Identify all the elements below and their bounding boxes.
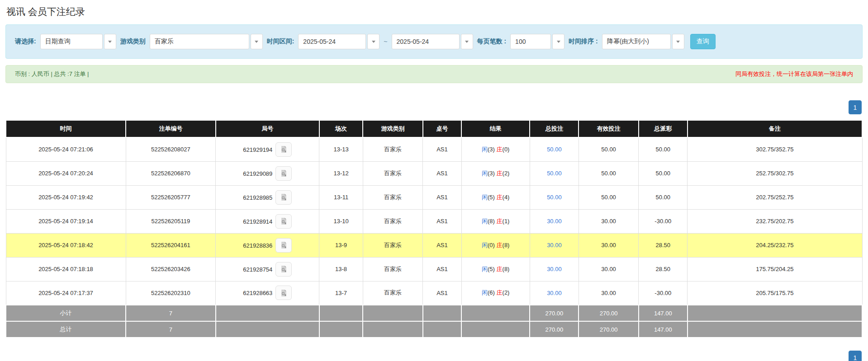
bet-number-cell: 522526204161: [126, 233, 216, 257]
banker-result-label: 庄: [497, 242, 503, 248]
result-cell: 闲(3) 庄(2): [461, 161, 530, 185]
banker-result-count: (2): [503, 170, 510, 177]
result-cell: 闲(0) 庄(8): [461, 233, 530, 257]
total-bet-link[interactable]: 50.00: [547, 170, 562, 177]
game-category-select[interactable]: 百家乐: [150, 34, 263, 49]
summary-empty-table-cell: [423, 321, 461, 338]
summary-label-cell: 小计: [6, 305, 126, 321]
summary-empty-session-cell: [319, 321, 363, 338]
total-bet-cell: 30.00: [530, 209, 579, 233]
chevron-down-icon[interactable]: [251, 34, 263, 49]
video-replay-button[interactable]: [275, 238, 292, 253]
payout-cell: 28.50: [639, 257, 688, 281]
page-size-value[interactable]: 100: [510, 34, 551, 49]
video-replay-button[interactable]: [275, 214, 292, 229]
total-bet-link[interactable]: 30.00: [547, 242, 562, 248]
summary-empty-result-cell: [461, 305, 530, 321]
column-header: 备注: [688, 120, 862, 137]
total-bet-cell: 50.00: [530, 161, 579, 185]
date-to-picker[interactable]: 2025-05-24: [392, 34, 473, 49]
total-bet-link[interactable]: 50.00: [547, 194, 562, 201]
bet-time-cell: 2025-05-24 07:17:37: [6, 281, 126, 305]
valid-bet-cell: 50.00: [579, 137, 639, 161]
remark-cell: 204.25/232.75: [688, 233, 862, 257]
table-number-cell: AS1: [423, 137, 461, 161]
query-type-select[interactable]: 日期查询: [40, 34, 116, 49]
video-replay-button[interactable]: [275, 142, 292, 157]
summary-payout-cell: 147.00: [639, 321, 688, 338]
date-from-value[interactable]: 2025-05-24: [298, 34, 366, 49]
query-button[interactable]: 查询: [690, 34, 716, 49]
query-type-value[interactable]: 日期查询: [40, 34, 103, 49]
game-category-cell: 百家乐: [363, 233, 423, 257]
video-replay-icon: [280, 145, 288, 153]
banker-result-label: 庄: [497, 218, 503, 225]
total-bet-link[interactable]: 30.00: [547, 218, 562, 225]
round-number: 621928754: [243, 266, 272, 272]
round-number-cell: 621929089: [216, 161, 319, 185]
summary-empty-game-cell: [363, 321, 423, 338]
video-replay-icon: [280, 169, 288, 177]
player-result-label: 闲: [482, 170, 488, 177]
video-replay-icon: [280, 289, 288, 297]
page-root: 视讯 会员下注纪录 请选择: 日期查询 游戏类别 百家乐 时间区间: 2025-…: [0, 0, 868, 361]
header-row: 时间注单编号局号场次游戏类别桌号结果总投注有效投注总派彩备注: [6, 120, 862, 137]
chevron-down-icon[interactable]: [461, 34, 473, 49]
video-replay-button[interactable]: [275, 190, 292, 205]
game-category-value[interactable]: 百家乐: [150, 34, 249, 49]
session-cell: 13-8: [319, 257, 363, 281]
pagination-bottom: 1: [5, 351, 862, 361]
banker-result-count: (0): [503, 146, 510, 153]
page-size-select[interactable]: 100: [510, 34, 564, 49]
round-number: 621928836: [243, 242, 272, 248]
video-replay-button[interactable]: [275, 166, 292, 181]
table-row: 2025-05-24 07:19:42522526205777621928985…: [6, 185, 862, 209]
banker-result-label: 庄: [497, 146, 503, 153]
date-from-picker[interactable]: 2025-05-24: [298, 34, 379, 49]
bet-time-cell: 2025-05-24 07:18:42: [6, 233, 126, 257]
session-cell: 13-13: [319, 137, 363, 161]
valid-bet-cell: 30.00: [579, 233, 639, 257]
chevron-down-icon[interactable]: [367, 34, 379, 49]
page-button-1[interactable]: 1: [849, 351, 862, 361]
table-number-cell: AS1: [423, 281, 461, 305]
date-to-value[interactable]: 2025-05-24: [392, 34, 460, 49]
player-result-count: (3): [488, 170, 495, 177]
round-number: 621928985: [243, 194, 272, 201]
player-result-count: (6): [488, 289, 495, 296]
table-number-cell: AS1: [423, 161, 461, 185]
bet-number-cell: 522526203426: [126, 257, 216, 281]
date-range-label: 时间区间:: [267, 38, 294, 46]
payout-cell: 50.00: [639, 161, 688, 185]
currency-summary-text: 币别 : 人民币 | 总共 :7 注单 |: [15, 70, 89, 78]
game-category-cell: 百家乐: [363, 161, 423, 185]
page-button-1[interactable]: 1: [849, 100, 862, 114]
chevron-down-icon[interactable]: [672, 34, 684, 49]
player-result-count: (0): [488, 242, 495, 248]
total-bet-cell: 50.00: [530, 137, 579, 161]
player-result-label: 闲: [482, 289, 488, 296]
time-sort-value[interactable]: 降幂(由大到小): [602, 34, 671, 49]
video-replay-button[interactable]: [275, 286, 292, 300]
column-header: 总投注: [530, 120, 579, 137]
session-cell: 13-11: [319, 185, 363, 209]
remark-cell: 252.75/302.75: [688, 161, 862, 185]
total-bet-link[interactable]: 50.00: [547, 146, 562, 153]
chevron-down-icon[interactable]: [104, 34, 116, 49]
video-replay-button[interactable]: [275, 262, 292, 277]
remark-cell: 205.75/175.75: [688, 281, 862, 305]
total-bet-link[interactable]: 30.00: [547, 266, 562, 272]
summary-empty-remark-cell: [688, 321, 862, 338]
remark-cell: 202.75/252.75: [688, 185, 862, 209]
bet-time-cell: 2025-05-24 07:19:14: [6, 209, 126, 233]
summary-empty-round-cell: [216, 305, 319, 321]
table-row: 2025-05-24 07:21:06522526208027621929194…: [6, 137, 862, 161]
banker-result-label: 庄: [497, 289, 503, 296]
time-sort-select[interactable]: 降幂(由大到小): [602, 34, 684, 49]
total-bet-link[interactable]: 30.00: [547, 290, 562, 296]
banker-result-count: (2): [503, 289, 510, 296]
chevron-down-icon[interactable]: [552, 34, 564, 49]
table-number-cell: AS1: [423, 233, 461, 257]
table-row: 2025-05-24 07:19:14522526205119621928914…: [6, 209, 862, 233]
session-cell: 13-9: [319, 233, 363, 257]
